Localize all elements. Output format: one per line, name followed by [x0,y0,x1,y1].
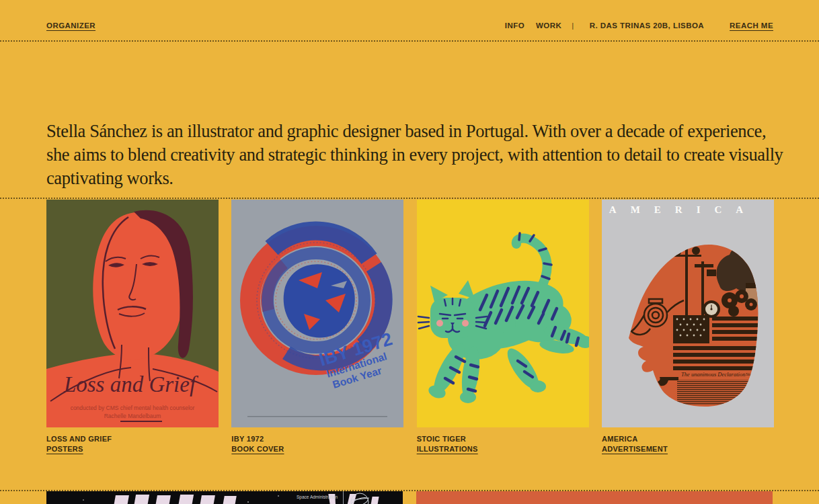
poster-credit-line1: conducted by CMS chief mental health cou… [71,405,195,411]
project-caption: STOIC TIGER ILLUSTRATIONS [417,434,589,454]
project-title: STOIC TIGER [417,434,589,444]
project-image-orange-partial[interactable] [416,491,773,504]
intro-paragraph: Stella Sánchez is an illustrator and gra… [46,120,785,190]
iby-1972-poster: IBY 1972 International Book Year [231,200,403,427]
reach-me-link[interactable]: REACH ME [730,22,773,30]
header-divider [0,40,819,42]
project-card-loss-and-grief: Loss and Grief conducted by CMS chief me… [46,200,219,454]
header-nav: INFO WORK | R. DAS TRINAS 20B, LISBOA RE… [505,22,773,30]
section-divider [0,198,819,199]
project-card-america: AMERICA [602,200,774,454]
project-card-stoic-tiger: STOIC TIGER ILLUSTRATIONS [417,200,589,454]
project-image-america[interactable]: AMERICA [602,200,774,427]
project-image-iby-1972[interactable]: IBY 1972 International Book Year [231,200,403,427]
project-title: IBY 1972 [231,434,403,444]
loss-and-grief-poster: Loss and Grief conducted by CMS chief me… [46,200,219,427]
brand-link[interactable]: ORGANIZER [46,22,95,30]
project-caption: IBY 1972 BOOK COVER [231,434,403,454]
project-category-link[interactable]: BOOK COVER [231,444,284,454]
poster-letters-partial [111,494,380,504]
nav-info[interactable]: INFO [505,22,524,30]
project-category-link[interactable]: POSTERS [46,444,83,454]
projects-row-2: Space Administration [46,491,773,504]
poster-title-america: AMERICA [609,204,757,215]
divider-line [343,491,344,504]
project-caption: AMERICA ADVERTISEMENT [602,434,774,454]
project-caption: LOSS AND GRIEF POSTERS [46,434,219,454]
project-title: LOSS AND GRIEF [46,434,219,444]
project-image-nasa-partial[interactable]: Space Administration [46,491,403,504]
credit-underline [120,421,162,422]
projects-grid: Loss and Grief conducted by CMS chief me… [46,200,774,454]
project-title: AMERICA [602,434,774,444]
project-category-link[interactable]: ADVERTISEMENT [602,444,668,454]
stoic-tiger-illustration [417,200,589,427]
nav-separator: | [572,22,574,30]
nasa-caption: Space Administration [297,495,338,500]
nav-work[interactable]: WORK [536,22,561,30]
header: ORGANIZER INFO WORK | R. DAS TRINAS 20B,… [0,0,819,41]
declaration-heading: The unanimous Declaration [681,371,745,378]
project-card-iby-1972: IBY 1972 International Book Year IBY 197… [231,200,403,454]
poster-script-title: Loss and Grief [63,372,198,396]
project-image-loss-and-grief[interactable]: Loss and Grief conducted by CMS chief me… [46,200,219,427]
project-image-stoic-tiger[interactable] [417,200,589,427]
address-text: R. DAS TRINAS 20B, LISBOA [590,22,704,30]
america-poster: AMERICA [602,200,774,427]
fineprint-line [247,416,387,417]
poster-credit-line2: Rachelle Mandelbaum [104,413,161,419]
project-category-link[interactable]: ILLUSTRATIONS [417,444,478,454]
